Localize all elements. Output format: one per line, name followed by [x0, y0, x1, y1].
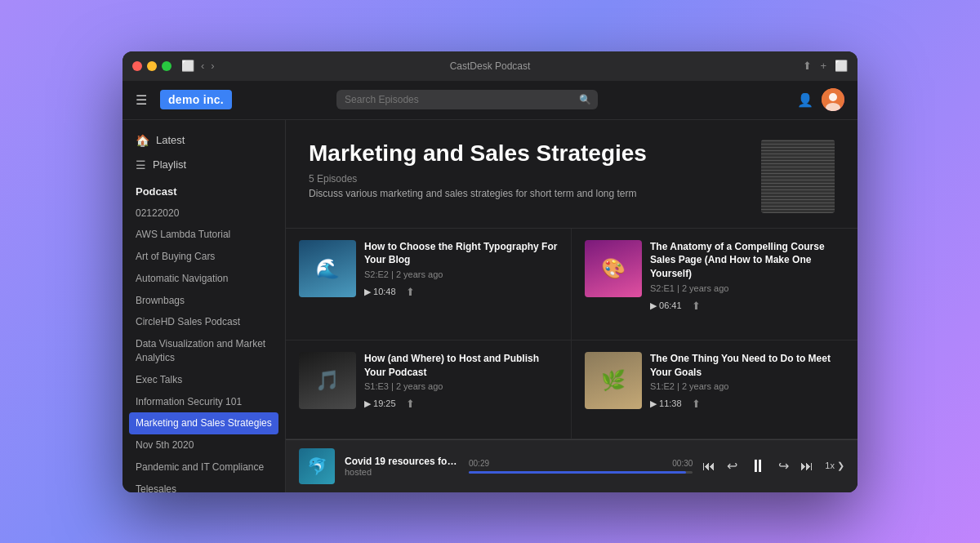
episode-play-button-ep2[interactable]: ▶ 06:41: [650, 300, 682, 311]
tabs-icon[interactable]: ⬜: [835, 60, 848, 72]
episode-controls-ep1: ▶ 10:48⬆: [364, 286, 558, 298]
hero-artwork: [761, 140, 835, 213]
episode-card-ep1: 🌊How to Choose the Right Typography For …: [286, 229, 572, 340]
progress-bar[interactable]: [469, 471, 693, 474]
hero-description: Discuss various marketing and sales stra…: [309, 188, 647, 199]
back-button[interactable]: ‹: [201, 60, 204, 72]
hero: Marketing and Sales Strategies 5 Episode…: [286, 120, 858, 229]
speed-button[interactable]: 1x ❯: [825, 461, 844, 471]
sidebar: 🏠 Latest ☰ Playlist Podcast 02122020AWS …: [122, 120, 286, 492]
notification-icon[interactable]: 👤: [797, 92, 813, 108]
skip-forward-button[interactable]: ⏭: [800, 459, 813, 474]
maximize-button[interactable]: [162, 61, 172, 71]
episodes-grid: 🌊How to Choose the Right Typography For …: [286, 229, 858, 439]
search-input[interactable]: [336, 90, 598, 109]
sidebar-item-aws-lambda[interactable]: AWS Lambda Tutorial: [122, 224, 285, 246]
current-time: 00:29: [469, 459, 489, 468]
episode-play-button-ep3[interactable]: ▶ 19:25: [364, 398, 396, 409]
forward-button[interactable]: ›: [211, 60, 214, 72]
episode-controls-ep4: ▶ 11:38⬆: [650, 398, 844, 410]
main-layout: 🏠 Latest ☰ Playlist Podcast 02122020AWS …: [122, 120, 858, 492]
progress-fill: [469, 471, 686, 474]
sidebar-item-latest[interactable]: 🏠 Latest: [122, 128, 285, 153]
sidebar-item-nov-2020[interactable]: Nov 5th 2020: [122, 434, 285, 456]
logo: demo inc.: [160, 90, 232, 109]
top-bar-right: 👤: [797, 88, 844, 111]
titlebar: ⬜ ‹ › CastDesk Podcast ⬆ + ⬜: [122, 51, 858, 81]
episode-meta-ep2: S2:E1 | 2 years ago: [650, 283, 844, 293]
minimize-button[interactable]: [147, 61, 157, 71]
top-bar: ☰ demo inc. 🔍 👤: [122, 81, 858, 120]
search-bar: 🔍: [336, 90, 598, 109]
player: Covid 19 resources for Bay area employee…: [286, 439, 858, 492]
episode-thumbnail-ep3: 🎵: [299, 352, 356, 409]
content-area: Marketing and Sales Strategies 5 Episode…: [286, 120, 858, 492]
titlebar-right: ⬆ + ⬜: [803, 60, 848, 72]
player-controls: ⏮ ↩ ⏸ ↪ ⏭ 1x ❯: [702, 456, 844, 477]
episode-play-button-ep1[interactable]: ▶ 10:48: [364, 287, 396, 297]
skip-back-button[interactable]: ⏮: [702, 459, 715, 474]
home-icon: 🏠: [136, 134, 149, 147]
sidebar-item-pandemic-it[interactable]: Pandemic and IT Compliance: [122, 456, 285, 478]
sidebar-item-label: Playlist: [153, 158, 186, 171]
forward-button[interactable]: ↪: [778, 458, 789, 474]
episode-meta-ep1: S2:E2 | 2 years ago: [364, 269, 558, 279]
add-tab-icon[interactable]: +: [820, 60, 826, 72]
sidebar-item-label: Latest: [156, 134, 185, 146]
traffic-lights: [132, 61, 172, 71]
sidebar-item-data-viz[interactable]: Data Visualization and Market Analytics: [122, 333, 285, 369]
episode-info-ep4: The One Thing You Need to Do to Meet You…: [650, 352, 844, 427]
episode-thumbnail-ep1: 🌊: [299, 240, 356, 297]
sidebar-item-automatic-nav[interactable]: Automatic Navigation: [122, 268, 285, 290]
episode-share-button-ep4[interactable]: ⬆: [692, 398, 701, 410]
player-thumbnail: [299, 448, 335, 484]
episode-card-ep3: 🎵How (and Where) to Host and Publish You…: [286, 340, 572, 439]
sidebar-item-telesales[interactable]: Telesales: [122, 478, 285, 492]
episode-meta-ep4: S1:E2 | 2 years ago: [650, 381, 844, 391]
search-icon: 🔍: [579, 94, 591, 105]
episode-title-ep2: The Anatomy of a Compelling Course Sales…: [650, 240, 844, 281]
app-frame: ☰ demo inc. 🔍 👤: [122, 81, 858, 492]
hero-image: [761, 140, 835, 213]
episode-info-ep2: The Anatomy of a Compelling Course Sales…: [650, 240, 844, 328]
progress-times: 00:29 00:30: [469, 459, 693, 468]
episode-card-ep2: 🎨The Anatomy of a Compelling Course Sale…: [572, 229, 858, 340]
hero-episodes-count: 5 Episodes: [309, 173, 647, 185]
episode-play-button-ep4[interactable]: ▶ 11:38: [650, 398, 682, 409]
player-subtitle: hosted: [345, 467, 459, 477]
hero-title: Marketing and Sales Strategies: [309, 140, 647, 167]
episode-title-ep1: How to Choose the Right Typography For Y…: [364, 240, 558, 268]
sidebar-item-circlehd-sales[interactable]: CircleHD Sales Podcast: [122, 311, 285, 333]
sidebar-item-art-buying-cars[interactable]: Art of Buying Cars: [122, 246, 285, 268]
hamburger-menu[interactable]: ☰: [136, 92, 147, 108]
sidebar-item-brownbags[interactable]: Brownbags: [122, 290, 285, 312]
episode-info-ep1: How to Choose the Right Typography For Y…: [364, 240, 558, 328]
sidebar-item-02122020[interactable]: 02122020: [122, 203, 285, 225]
avatar[interactable]: [822, 88, 844, 111]
episode-share-button-ep3[interactable]: ⬆: [406, 398, 415, 410]
episode-info-ep3: How (and Where) to Host and Publish Your…: [364, 352, 558, 427]
nav-icons: ⬜ ‹ ›: [181, 60, 215, 72]
episode-card-ep4: 🌿The One Thing You Need to Do to Meet Yo…: [572, 340, 858, 439]
episode-controls-ep2: ▶ 06:41⬆: [650, 300, 844, 312]
sidebar-section-title: Podcast: [122, 177, 285, 203]
episode-controls-ep3: ▶ 19:25⬆: [364, 398, 558, 410]
share-icon[interactable]: ⬆: [803, 60, 812, 72]
episode-share-button-ep1[interactable]: ⬆: [406, 286, 415, 298]
episode-share-button-ep2[interactable]: ⬆: [692, 300, 701, 312]
episode-thumbnail-ep2: 🎨: [585, 240, 642, 297]
sidebar-item-marketing-sales[interactable]: Marketing and Sales Strategies: [129, 412, 278, 434]
total-time: 00:30: [672, 459, 693, 468]
rewind-button[interactable]: ↩: [727, 458, 737, 474]
player-title: Covid 19 resources for Bay area employee…: [345, 456, 459, 467]
sidebar-item-exec-talks[interactable]: Exec Talks: [122, 369, 285, 391]
sidebar-podcasts-list: 02122020AWS Lambda TutorialArt of Buying…: [122, 203, 285, 492]
close-button[interactable]: [132, 61, 142, 71]
sidebar-item-playlist[interactable]: ☰ Playlist: [122, 153, 285, 177]
pause-button[interactable]: ⏸: [749, 456, 767, 477]
player-progress-area: 00:29 00:30: [469, 459, 693, 474]
episode-title-ep3: How (and Where) to Host and Publish Your…: [364, 352, 558, 380]
episode-title-ep4: The One Thing You Need to Do to Meet You…: [650, 352, 844, 380]
episode-meta-ep3: S1:E3 | 2 years ago: [364, 381, 558, 391]
sidebar-item-info-security[interactable]: Information Security 101: [122, 391, 285, 413]
